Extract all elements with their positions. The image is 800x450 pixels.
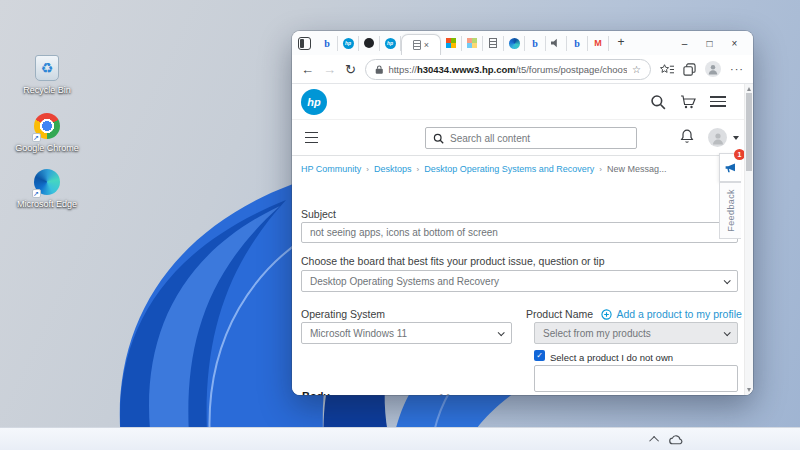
community-menu-icon[interactable] — [305, 132, 318, 143]
hp-header: hp — [292, 84, 744, 120]
own-product-checkbox[interactable]: ✓ — [534, 350, 545, 361]
browser-profile-avatar[interactable] — [705, 61, 721, 77]
onedrive-cloud-icon[interactable] — [669, 435, 684, 445]
hp-community-page: hp Search all content HP Community›Deskt… — [292, 84, 753, 395]
operating-system-select[interactable]: Microsoft Windows 11 — [301, 322, 512, 344]
tab-dark-site[interactable] — [359, 36, 380, 51]
desktop-icon-label: Microsoft Edge — [14, 199, 80, 209]
board-select[interactable]: Desktop Operating Systems and Recovery — [301, 270, 738, 292]
shortcut-arrow-icon: ↗ — [32, 189, 41, 198]
operating-system-label: Operating System — [301, 308, 385, 320]
page-scrollbar[interactable] — [744, 84, 753, 395]
tab-actions-menu-button[interactable] — [298, 37, 311, 50]
breadcrumb-separator: › — [366, 165, 369, 174]
chevron-down-icon — [724, 329, 731, 336]
minimize-button[interactable]: – — [672, 32, 697, 54]
scroll-down-icon[interactable] — [747, 388, 751, 392]
speaker-favicon — [551, 38, 561, 48]
tab-microsoft-2[interactable] — [462, 36, 483, 51]
edge-favicon — [509, 38, 520, 49]
add-product-link[interactable]: Add a product to my profile — [616, 308, 741, 320]
url-text: https://h30434.www3.hp.com/t5/forums/pos… — [388, 64, 627, 75]
board-label: Choose the board that best fits your pro… — [301, 255, 605, 267]
hp-favicon: hp — [385, 38, 396, 49]
own-product-checkbox-label: Select a product I do not own — [550, 352, 673, 363]
tab-gmail[interactable]: M — [588, 36, 609, 51]
breadcrumb-separator: › — [417, 165, 420, 174]
site-permissions-star-icon[interactable]: ☆ — [632, 64, 641, 75]
desktop-icon-label: Google Chrome — [14, 143, 80, 153]
subject-value: not seeing apps, icons at bottom of scre… — [310, 227, 498, 238]
scroll-up-icon[interactable] — [747, 87, 751, 91]
tab-hp-2[interactable]: hp — [380, 36, 401, 51]
tab-bing-2[interactable]: b — [525, 36, 546, 51]
browser-toolbar: ← → ↻ https://h30434.www3.hp.com/t5/foru… — [292, 55, 753, 84]
close-button[interactable]: × — [722, 32, 747, 54]
forward-button[interactable]: → — [323, 63, 336, 76]
breadcrumb-board[interactable]: Desktop Operating Systems and Recovery — [424, 164, 594, 174]
system-tray — [652, 428, 684, 450]
refresh-button[interactable]: ↻ — [345, 63, 356, 76]
breadcrumb-separator: › — [599, 165, 602, 174]
bing-favicon: b — [324, 38, 330, 49]
search-icon[interactable] — [650, 94, 666, 110]
tab-microsoft-1[interactable] — [441, 36, 462, 51]
cart-icon[interactable] — [680, 94, 696, 110]
subject-label: Subject — [301, 208, 336, 220]
desktop-icon-recycle-bin[interactable]: ♻ Recycle Bin — [14, 55, 80, 95]
tab-forms[interactable] — [483, 36, 504, 51]
feedback-tab[interactable]: Feedback — [719, 182, 741, 239]
hp-logo[interactable]: hp — [301, 89, 327, 115]
person-icon — [707, 63, 719, 75]
breadcrumb-hp-community[interactable]: HP Community — [301, 164, 361, 174]
tab-strip: b hp hp × b b M + – □ × — [292, 31, 753, 55]
maximize-button[interactable]: □ — [697, 32, 722, 54]
edge-browser-window: b hp hp × b b M + – □ × ← → ↻ https://h3… — [292, 31, 753, 395]
tab-bing-3[interactable]: b — [567, 36, 588, 51]
community-search-input[interactable]: Search all content — [425, 127, 637, 149]
feedback-label: Feedback — [726, 189, 736, 232]
new-tab-button[interactable]: + — [613, 35, 629, 51]
hp-favicon: hp — [343, 38, 354, 49]
collections-icon[interactable] — [683, 63, 696, 76]
recycle-bin-icon: ♻ — [35, 55, 59, 81]
tab-edge-page[interactable] — [504, 36, 525, 51]
cropped-content-fragment: ●● — [438, 390, 464, 395]
address-bar[interactable]: https://h30434.www3.hp.com/t5/forums/pos… — [365, 59, 651, 80]
bing-favicon: b — [532, 38, 538, 49]
breadcrumb: HP Community›Desktops›Desktop Operating … — [301, 164, 667, 174]
desktop-icon-microsoft-edge[interactable]: ↗ Microsoft Edge — [14, 169, 80, 209]
bing-favicon: b — [574, 38, 580, 49]
board-select-value: Desktop Operating Systems and Recovery — [310, 276, 499, 287]
search-placeholder: Search all content — [450, 133, 530, 144]
desktop-icon-google-chrome[interactable]: ↗ Google Chrome — [14, 113, 80, 153]
megaphone-icon — [724, 161, 737, 174]
tab-media-audio[interactable] — [546, 36, 567, 51]
desktop-icon-label: Recycle Bin — [14, 85, 80, 95]
scrollbar-thumb[interactable] — [746, 93, 752, 171]
product-select[interactable]: Select from my products — [534, 322, 738, 344]
avatar-dropdown-caret-icon[interactable] — [733, 136, 739, 140]
hp-menu-icon[interactable] — [710, 96, 726, 107]
tab-hp-community-new-message-active[interactable]: × — [401, 34, 441, 55]
breadcrumb-desktops[interactable]: Desktops — [374, 164, 412, 174]
search-icon — [433, 133, 444, 144]
user-avatar[interactable] — [708, 128, 727, 147]
gmail-favicon: M — [594, 38, 602, 48]
subject-input[interactable]: not seeing apps, icons at bottom of scre… — [301, 222, 738, 243]
settings-menu-icon[interactable]: ··· — [730, 63, 744, 75]
tab-bing-1[interactable]: b — [317, 36, 338, 51]
lock-icon — [375, 64, 384, 75]
tray-chevron-up-icon[interactable] — [649, 436, 659, 446]
favorites-hub-icon[interactable] — [660, 63, 674, 76]
notifications-bell-icon[interactable] — [680, 129, 694, 144]
dark-site-favicon — [364, 38, 374, 48]
product-select-value: Select from my products — [543, 328, 651, 339]
taskbar[interactable] — [0, 427, 800, 450]
tab-hp-1[interactable]: hp — [338, 36, 359, 51]
back-button[interactable]: ← — [301, 63, 314, 76]
tab-close-icon[interactable]: × — [424, 41, 429, 50]
product-text-input[interactable] — [534, 365, 738, 392]
product-name-row: Product Name Add a product to my profile — [526, 308, 742, 320]
announcement-flyout[interactable]: 1 — [719, 153, 741, 182]
